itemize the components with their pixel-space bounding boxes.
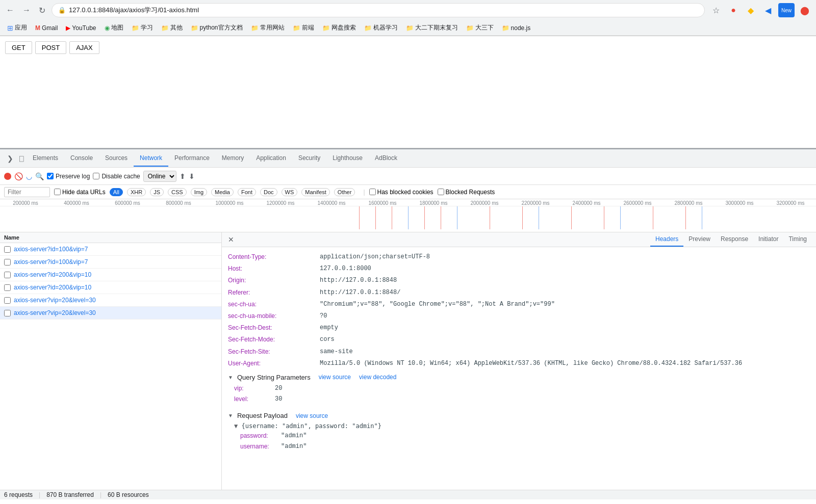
bookmark-ml[interactable]: 📁 机器学习 (361, 22, 401, 34)
get-button[interactable]: GET (5, 41, 32, 54)
blocked-requests-text: Blocked Requests (446, 189, 495, 196)
tab-console[interactable]: Console (64, 150, 99, 167)
details-tab-initiator[interactable]: Initiator (753, 232, 783, 247)
filter-ws[interactable]: WS (282, 188, 298, 196)
search-button[interactable]: 🔍 (35, 172, 44, 180)
filter-manifest[interactable]: Manifest (301, 188, 330, 196)
blocked-requests-checkbox[interactable] (438, 189, 444, 195)
hide-data-urls-checkbox[interactable] (54, 189, 61, 195)
preserve-log-checkbox[interactable] (47, 173, 54, 179)
preserve-log-label[interactable]: Preserve log (47, 173, 90, 180)
ajax-button[interactable]: AJAX (69, 41, 99, 54)
has-blocked-cookies-label[interactable]: Has blocked cookies (369, 189, 434, 196)
details-tab-timing[interactable]: Timing (783, 232, 812, 247)
extension2-button[interactable]: ◆ (744, 3, 758, 17)
post-button[interactable]: POST (35, 41, 66, 54)
close-details-button[interactable]: ✕ (226, 233, 236, 246)
request-checkbox-2[interactable] (4, 272, 11, 278)
request-checkbox-3[interactable] (4, 284, 11, 291)
disable-cache-label[interactable]: Disable cache (93, 173, 140, 180)
tab-application[interactable]: Application (250, 150, 292, 167)
request-row-3[interactable]: axios-server?id=200&vip=10 (0, 281, 221, 294)
bookmark-netdisk[interactable]: 📁 网盘搜索 (319, 22, 359, 34)
disable-cache-checkbox[interactable] (93, 173, 99, 179)
filter-js[interactable]: JS (150, 188, 164, 196)
devtools-inspector-button[interactable]: ❯ (4, 152, 16, 165)
clear-button[interactable]: 🚫 (14, 172, 23, 180)
bookmark-review[interactable]: 📁 大二下期末复习 (403, 22, 461, 34)
tab-adblock[interactable]: AdBlock (369, 150, 403, 167)
request-payload-view-source[interactable]: view source (296, 412, 328, 419)
bookmark-grade3[interactable]: 📁 大三下 (463, 22, 497, 34)
details-tabs: ✕ Headers Preview Response Initiator Tim… (222, 232, 816, 247)
header-val-origin: http://127.0.0.1:8848 (320, 276, 397, 285)
request-row-4[interactable]: axios-server?vip=20&level=30 (0, 294, 221, 307)
filter-xhr[interactable]: XHR (127, 188, 146, 196)
filter-all[interactable]: All (110, 188, 123, 196)
payload-val-password: "admin" (281, 431, 307, 441)
request-row-1[interactable]: axios-server?id=100&vip=7 (0, 256, 221, 269)
header-val-content-type: application/json;charset=UTF-8 (320, 252, 430, 262)
header-val-host: 127.0.0.1:8000 (320, 264, 371, 274)
bookmark-python[interactable]: 📁 python官方文档 (188, 22, 246, 34)
request-checkbox-4[interactable] (4, 297, 11, 304)
query-string-view-decoded[interactable]: view decoded (359, 374, 396, 381)
bookmark-other[interactable]: 📁 其他 (158, 22, 186, 34)
filter-input[interactable] (4, 187, 50, 197)
filter-doc[interactable]: Doc (260, 188, 277, 196)
tab-performance[interactable]: Performance (168, 150, 216, 167)
filter-media[interactable]: Media (211, 188, 234, 196)
extension1-button[interactable]: ● (726, 3, 741, 17)
download-button[interactable]: ⬇ (189, 172, 195, 180)
bookmark-gmail[interactable]: M Gmail (32, 23, 61, 33)
details-tab-response[interactable]: Response (716, 232, 753, 247)
request-payload-section-header[interactable]: ▼ Request Payload view source (228, 408, 810, 421)
filter-button[interactable]: ◡ (26, 172, 32, 180)
bookmark-star-button[interactable]: ☆ (709, 3, 723, 17)
filter-font[interactable]: Font (238, 188, 256, 196)
upload-button[interactable]: ⬆ (180, 172, 186, 180)
has-blocked-cookies-checkbox[interactable] (369, 189, 376, 195)
hide-data-urls-label[interactable]: Hide data URLs (54, 189, 106, 196)
request-row-2[interactable]: axios-server?id=200&vip=10 (0, 269, 221, 281)
request-checkbox-1[interactable] (4, 259, 11, 266)
filter-other[interactable]: Other (334, 188, 355, 196)
forward-button[interactable]: → (20, 4, 33, 17)
filter-img[interactable]: Img (191, 188, 207, 196)
bookmark-maps[interactable]: ◉ 地图 (101, 22, 126, 34)
request-row-0[interactable]: axios-server?id=100&vip=7 (0, 243, 221, 256)
bookmark-nodejs[interactable]: 📁 node.js (499, 23, 534, 33)
request-row-5[interactable]: axios-server?vip=20&level=30 (0, 307, 221, 320)
back-button[interactable]: ← (4, 4, 16, 17)
folder-icon-grade3: 📁 (466, 24, 474, 32)
tab-security[interactable]: Security (292, 150, 326, 167)
bookmark-youtube[interactable]: ▶ YouTube (63, 23, 99, 33)
bookmark-common[interactable]: 📁 常用网站 (248, 22, 288, 34)
query-string-view-source[interactable]: view source (319, 374, 351, 381)
query-string-section-header[interactable]: ▼ Query String Parameters view source vi… (228, 369, 810, 383)
bookmark-frontend[interactable]: 📁 前端 (290, 22, 317, 34)
throttle-select[interactable]: Online (143, 171, 176, 182)
bookmark-apps[interactable]: ⊞ 应用 (4, 22, 30, 34)
address-bar[interactable]: 🔒 127.0.0.1:8848/ajax/axios学习/01-axios.h… (52, 3, 705, 17)
tab-memory[interactable]: Memory (216, 150, 250, 167)
details-tab-headers[interactable]: Headers (650, 232, 683, 247)
record-button[interactable] (4, 173, 11, 180)
reload-button[interactable]: ↻ (37, 4, 47, 17)
header-key-user-agent: User-Agent: (228, 359, 320, 368)
request-checkbox-0[interactable] (4, 246, 11, 253)
menu-button[interactable]: ⬤ (798, 3, 812, 17)
extension3-button[interactable]: ◀ (761, 3, 775, 17)
header-key-referer: Referer: (228, 288, 320, 298)
devtools-responsive-button[interactable]: ⎕ (16, 152, 27, 165)
blocked-requests-label[interactable]: Blocked Requests (438, 189, 495, 196)
bookmark-study[interactable]: 📁 学习 (129, 22, 156, 34)
request-checkbox-5[interactable] (4, 310, 11, 316)
new-tab-button[interactable]: New (778, 3, 795, 17)
tab-elements[interactable]: Elements (27, 150, 64, 167)
tab-sources[interactable]: Sources (99, 150, 134, 167)
tab-network[interactable]: Network (134, 150, 168, 167)
details-tab-preview[interactable]: Preview (683, 232, 716, 247)
filter-css[interactable]: CSS (168, 188, 187, 196)
tab-lighthouse[interactable]: Lighthouse (326, 150, 369, 167)
